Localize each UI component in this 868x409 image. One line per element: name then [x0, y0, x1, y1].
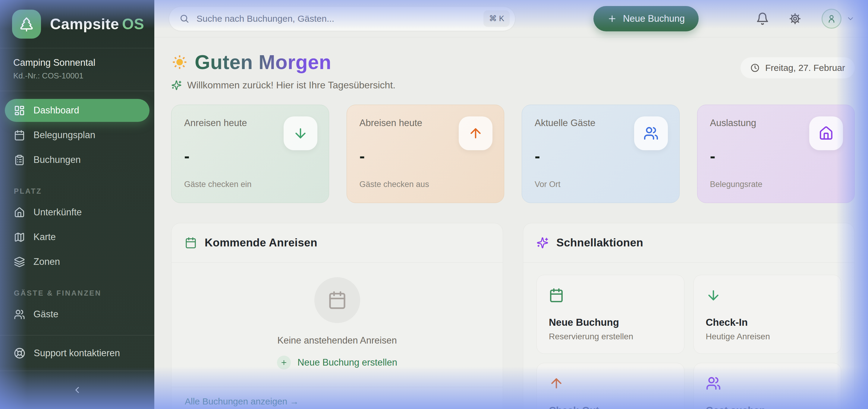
sidebar-item-karte[interactable]: Karte	[5, 226, 150, 249]
stat-icon-bubble	[284, 116, 317, 150]
greeting-subtitle: Willkommen zurück! Hier ist Ihre Tagesüb…	[187, 80, 396, 91]
stat-subtitle: Gäste checken ein	[184, 180, 316, 189]
stat-cards: Anreisen heute - Gäste checken ein Abrei…	[171, 105, 855, 203]
empty-state-icon-circle	[314, 277, 360, 323]
panels-row: Kommende Anreisen Keine anstehenden Anre…	[171, 223, 855, 409]
users-icon	[644, 126, 658, 141]
calendar-icon	[328, 290, 347, 310]
new-booking-button[interactable]: Neue Buchung	[593, 6, 699, 31]
sidebar-item-label: Buchungen	[33, 154, 81, 165]
map-icon	[14, 232, 25, 243]
quick-action-title: Check-In	[706, 317, 829, 328]
sidebar-item-label: Unterkünfte	[33, 207, 82, 218]
create-booking-label: Neue Buchung erstellen	[298, 357, 397, 368]
greeting-title-row: Guten Morgen	[171, 51, 396, 74]
quick-actions-grid: Neue Buchung Reservierung erstellen Chec…	[523, 263, 855, 409]
quick-action-subtitle: Reservierung erstellen	[549, 332, 672, 342]
topbar: ⌘ K Neue Buchung	[154, 0, 868, 37]
search-icon	[179, 13, 189, 24]
support-button[interactable]: Support kontaktieren	[0, 335, 154, 371]
quick-actions-panel: Schnellaktionen Neue Buchung Reservierun…	[523, 223, 855, 409]
sidebar-item-belegungsplan[interactable]: Belegungsplan	[5, 124, 150, 147]
panel-header: Kommende Anreisen	[172, 223, 503, 263]
quick-action-gast-suchen[interactable]: Gast suchen Gästedatenbank	[693, 363, 841, 409]
sparkles-icon	[536, 237, 549, 249]
avatar	[822, 9, 841, 29]
user-icon	[827, 14, 836, 24]
sidebar-collapse-button[interactable]	[0, 371, 154, 409]
sidebar-item-buchungen[interactable]: Buchungen	[5, 148, 150, 171]
create-booking-link[interactable]: Neue Buchung erstellen	[277, 356, 397, 370]
arrow-down-icon	[293, 126, 308, 141]
empty-state-title: Keine anstehenden Anreisen	[277, 335, 397, 346]
sidebar-item-unterkuenfte[interactable]: Unterkünfte	[5, 201, 150, 224]
chevron-left-icon	[72, 385, 82, 395]
sidebar-nav: Dashboard Belegungsplan Buchungen PLATZ …	[0, 91, 154, 335]
settings-button[interactable]	[788, 12, 802, 25]
panel-title: Schnellaktionen	[556, 236, 643, 249]
calendar-icon	[549, 288, 564, 303]
chevron-down-icon	[846, 14, 855, 23]
property-info: Camping Sonnental Kd.-Nr.: COS-10001	[0, 48, 154, 91]
search-input[interactable]	[196, 13, 476, 24]
panel-title: Kommende Anreisen	[205, 236, 317, 249]
sun-icon	[171, 54, 188, 70]
stat-icon-bubble	[809, 116, 843, 150]
brand-logo	[12, 10, 41, 39]
stat-card-abreisen: Abreisen heute - Gäste checken aus	[347, 105, 504, 203]
sidebar-section-platz: PLATZ	[5, 187, 150, 196]
greeting-subtitle-row: Willkommen zurück! Hier ist Ihre Tagesüb…	[171, 80, 396, 91]
page-title: Guten Morgen	[195, 51, 331, 74]
app-window: CampsiteOS Camping Sonnental Kd.-Nr.: CO…	[0, 0, 868, 409]
users-icon	[706, 376, 721, 391]
sidebar-item-label: Dashboard	[33, 105, 79, 116]
clock-icon	[750, 63, 760, 73]
notifications-button[interactable]	[756, 12, 769, 25]
quick-action-neue-buchung[interactable]: Neue Buchung Reservierung erstellen	[536, 275, 684, 354]
date-chip: Freitag, 27. Februar	[741, 57, 855, 79]
view-all-bookings-link[interactable]: Alle Buchungen anzeigen →	[172, 387, 503, 409]
quick-action-check-out[interactable]: Check-Out Heutige Abreisen	[536, 363, 684, 409]
empty-state: Keine anstehenden Anreisen Neue Buchung …	[172, 263, 503, 387]
sidebar-item-gaeste[interactable]: Gäste	[5, 303, 150, 326]
stat-subtitle: Belegungsrate	[710, 180, 842, 189]
support-label: Support kontaktieren	[34, 348, 120, 359]
sidebar-item-zonen[interactable]: Zonen	[5, 250, 150, 273]
stat-subtitle: Gäste checken aus	[360, 180, 492, 189]
dashboard-content: Guten Morgen Willkommen zurück! Hier ist…	[154, 37, 868, 409]
quick-action-title: Check-Out	[549, 405, 672, 409]
quick-action-title: Gast suchen	[706, 405, 829, 409]
sidebar-bottom: Support kontaktieren	[0, 335, 154, 409]
sidebar-section-gaeste-finanzen: GÄSTE & FINANZEN	[5, 289, 150, 297]
sidebar-item-label: Zonen	[33, 256, 60, 267]
life-buoy-icon	[14, 348, 25, 359]
property-name: Camping Sonnental	[13, 57, 141, 68]
sparkles-icon	[171, 80, 182, 90]
users-icon	[14, 309, 25, 320]
search-shortcut-badge: ⌘ K	[484, 10, 510, 27]
arrow-up-icon	[468, 126, 483, 141]
plus-icon	[607, 14, 617, 24]
bell-icon	[756, 12, 769, 25]
current-date: Freitag, 27. Februar	[765, 63, 845, 73]
search-bar[interactable]: ⌘ K	[169, 6, 516, 31]
calendar-icon	[14, 130, 25, 141]
calendar-icon	[185, 237, 197, 249]
sidebar-item-dashboard[interactable]: Dashboard	[5, 99, 150, 122]
arrow-down-icon	[706, 288, 721, 303]
arrow-up-icon	[549, 376, 564, 391]
home-icon	[14, 207, 25, 218]
home-icon	[818, 126, 834, 141]
panel-header: Schnellaktionen	[523, 223, 855, 263]
stat-icon-bubble	[634, 116, 668, 150]
quick-action-subtitle: Heutige Anreisen	[706, 332, 829, 342]
user-menu[interactable]	[822, 9, 855, 29]
upcoming-arrivals-panel: Kommende Anreisen Keine anstehenden Anre…	[171, 223, 503, 409]
sidebar-item-label: Gäste	[33, 309, 59, 320]
layers-icon	[14, 256, 25, 267]
stat-card-aktuelle-gaeste: Aktuelle Gäste - Vor Ort	[522, 105, 680, 203]
quick-action-check-in[interactable]: Check-In Heutige Anreisen	[693, 275, 841, 354]
sidebar-item-label: Karte	[33, 232, 56, 242]
greeting-block: Guten Morgen Willkommen zurück! Hier ist…	[171, 51, 396, 91]
brand: CampsiteOS	[0, 0, 154, 48]
